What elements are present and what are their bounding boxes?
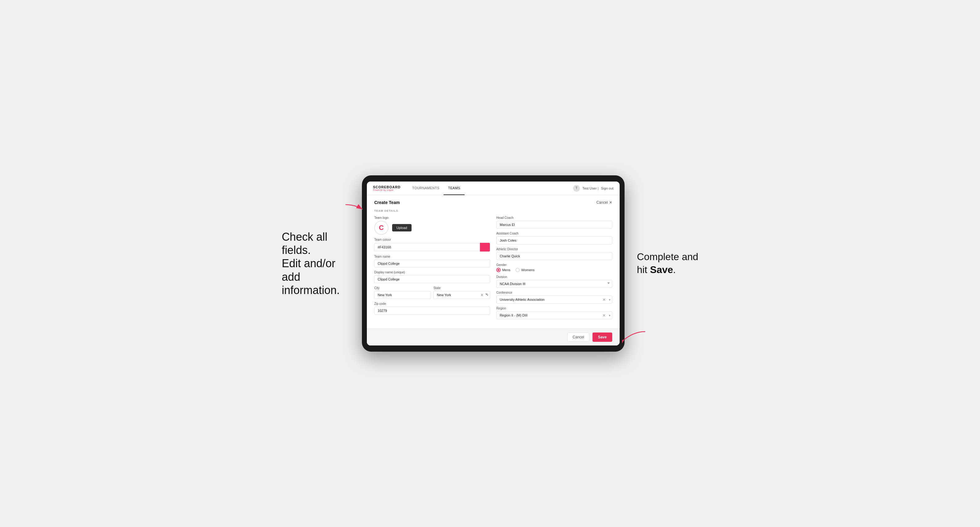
display-name-field: Display name (unique) (374, 271, 490, 283)
display-name-label: Display name (unique) (374, 271, 490, 274)
conference-label: Conference (496, 291, 612, 294)
tab-tournaments[interactable]: TOURNAMENTS (408, 181, 444, 195)
tablet-screen: SCOREBOARD Powered by clippd TOURNAMENTS… (367, 181, 620, 346)
form-header: Create Team Cancel ✕ (374, 200, 612, 205)
create-team-form: Create Team Cancel ✕ TEAM DETAILS Team l… (367, 195, 620, 329)
team-colour-input[interactable] (374, 243, 480, 251)
state-clear-icon[interactable]: ✕ (479, 293, 485, 297)
annotation-right-line2: hit Save. (637, 264, 676, 275)
assistant-coach-input[interactable] (496, 237, 612, 244)
city-label: City (374, 286, 431, 290)
upload-button[interactable]: Upload (392, 224, 412, 232)
avatar: T (573, 185, 580, 192)
city-state-field: City State New York (374, 286, 490, 299)
nav-bar: SCOREBOARD Powered by clippd TOURNAMENTS… (367, 181, 620, 195)
zip-field: Zip code (374, 302, 490, 315)
team-name-input[interactable] (374, 259, 490, 268)
footer-save-button[interactable]: Save (592, 333, 612, 342)
form-footer: Cancel Save (367, 329, 620, 346)
region-select[interactable]: Region II - (M) DIII (496, 311, 612, 319)
division-label: Division (496, 275, 612, 279)
tablet-frame: SCOREBOARD Powered by clippd TOURNAMENTS… (362, 175, 625, 352)
annotation-left: Check all fields. Edit and/or add inform… (282, 230, 350, 297)
womens-label: Womens (521, 268, 535, 272)
conference-clear-icon[interactable]: ✕ (601, 298, 607, 302)
athletic-director-field: Athletic Director (496, 248, 612, 260)
gender-womens-radio[interactable]: Womens (515, 268, 535, 272)
head-coach-field: Head Coach (496, 216, 612, 229)
logo-sub: Powered by clippd (373, 189, 401, 191)
conference-select[interactable]: University Athletic Association (496, 295, 612, 303)
division-select[interactable]: NCAA Division III (496, 280, 612, 288)
cancel-label: Cancel (597, 200, 608, 205)
annotation-save-bold: Save (650, 264, 673, 275)
tab-teams[interactable]: TEAMS (444, 181, 464, 195)
nav-tabs: TOURNAMENTS TEAMS (408, 181, 573, 195)
form-left-col: Team logo C Upload Team colour (374, 216, 490, 322)
annotation-right: Complete and hit Save. (637, 251, 698, 276)
arrow-left-annotation (344, 203, 364, 216)
division-field: Division NCAA Division III (496, 275, 612, 288)
womens-radio-dot (515, 268, 520, 272)
state-col: State New York ✕ ▾ (433, 286, 490, 299)
gender-field: Gender Mens Womens (496, 263, 612, 272)
division-select-wrapper: NCAA Division III (496, 280, 612, 288)
logo-upload-area: C Upload (374, 221, 490, 235)
assistant-coach-label: Assistant Coach (496, 232, 612, 235)
zip-input[interactable] (374, 306, 490, 315)
annotation-right-line1: Complete and (637, 251, 698, 262)
sign-out-link[interactable]: Sign out (601, 186, 614, 190)
region-label: Region (496, 306, 612, 310)
color-input-row (374, 243, 490, 252)
mens-radio-dot (496, 268, 501, 272)
region-field: Region Region II - (M) DIII ✕ ▾ (496, 306, 612, 319)
color-swatch[interactable] (480, 243, 490, 252)
app-logo: SCOREBOARD Powered by clippd (373, 185, 401, 191)
team-logo-label: Team logo (374, 216, 490, 219)
annotation-period: . (673, 264, 676, 275)
form-two-col: Team logo C Upload Team colour (374, 216, 612, 322)
mens-label: Mens (502, 268, 511, 272)
conference-dropdown-controls: ✕ ▾ (601, 295, 612, 303)
gender-row: Mens Womens (496, 268, 612, 272)
display-name-input[interactable] (374, 275, 490, 283)
team-logo-circle: C (374, 221, 388, 235)
city-state-row: City State New York (374, 286, 490, 299)
team-name-label: Team name (374, 255, 490, 258)
assistant-coach-field: Assistant Coach (496, 232, 612, 244)
region-dropdown-wrapper: Region II - (M) DIII ✕ ▾ (496, 311, 612, 319)
logo-letter: C (379, 224, 384, 232)
team-colour-field: Team colour (374, 238, 490, 252)
annotation-line2: Edit and/or add (282, 257, 336, 283)
region-clear-icon[interactable]: ✕ (601, 313, 607, 317)
city-input[interactable] (374, 291, 431, 299)
section-label: TEAM DETAILS (374, 209, 612, 212)
conference-chevron-icon: ▾ (607, 298, 612, 302)
team-logo-field: Team logo C Upload (374, 216, 490, 235)
footer-cancel-button[interactable]: Cancel (567, 333, 589, 342)
state-label: State (433, 286, 490, 290)
page-wrapper: Check all fields. Edit and/or add inform… (274, 175, 706, 352)
team-colour-label: Team colour (374, 238, 490, 241)
athletic-director-input[interactable] (496, 252, 612, 260)
logo-title: SCOREBOARD (373, 185, 401, 189)
city-col: City (374, 286, 431, 299)
close-icon: ✕ (609, 200, 612, 205)
user-label: Test User | (582, 186, 598, 190)
head-coach-label: Head Coach (496, 216, 612, 219)
gender-label: Gender (496, 263, 612, 267)
annotation-line3: information. (282, 284, 340, 297)
annotation-line1: Check all fields. (282, 230, 328, 256)
state-dropdown-controls: ✕ ▾ (479, 291, 490, 299)
conference-field: Conference University Athletic Associati… (496, 291, 612, 303)
team-name-field: Team name (374, 255, 490, 268)
form-title: Create Team (374, 200, 400, 205)
athletic-director-label: Athletic Director (496, 248, 612, 251)
cancel-x-button[interactable]: Cancel ✕ (597, 200, 612, 205)
gender-mens-radio[interactable]: Mens (496, 268, 511, 272)
state-chevron-icon: ▾ (485, 294, 490, 297)
head-coach-input[interactable] (496, 221, 612, 229)
conference-dropdown-wrapper: University Athletic Association ✕ ▾ (496, 295, 612, 303)
zip-label: Zip code (374, 302, 490, 305)
region-dropdown-controls: ✕ ▾ (601, 311, 612, 319)
